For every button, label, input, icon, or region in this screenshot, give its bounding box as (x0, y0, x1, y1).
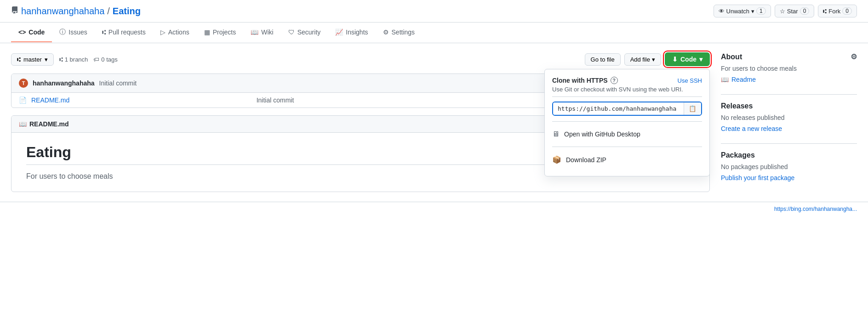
go-to-file-button[interactable]: Go to file (585, 53, 621, 66)
releases-title: Releases (721, 102, 857, 110)
clone-subtitle: Use Git or checkout with SVN using the w… (552, 86, 702, 97)
actions-icon: ▷ (160, 28, 166, 36)
projects-icon: ▦ (204, 28, 210, 36)
clone-url-input[interactable] (553, 102, 681, 115)
unwatch-dropdown-icon: ▾ (751, 8, 754, 15)
packages-title: Packages (721, 151, 857, 159)
top-actions: 👁 Unwatch ▾ 1 ☆ Star 0 ⑆ Fork 0 (714, 5, 857, 17)
insights-icon: 📈 (335, 28, 343, 36)
issues-icon: ⓘ (59, 28, 66, 36)
tab-settings[interactable]: ⚙ Settings (376, 23, 423, 42)
no-releases-text: No releases published (721, 114, 857, 121)
about-section: About ⚙ For users to choose meals 📖 Read… (721, 52, 857, 83)
clone-header: Clone with HTTPS ? Use SSH (552, 77, 702, 84)
fork-count: 0 (842, 7, 852, 15)
repo-title: hanhanwanghahaha / Eating (11, 6, 141, 17)
eye-icon: 👁 (719, 8, 725, 15)
wiki-icon: 📖 (251, 28, 258, 36)
star-count: 0 (800, 7, 810, 15)
commit-message: Initial commit (99, 79, 137, 87)
sidebar-divider-1 (721, 94, 857, 95)
branch-link-icon: ⑆ (59, 56, 63, 63)
clone-url-row: 📋 (552, 102, 702, 116)
repo-name[interactable]: Eating (113, 6, 141, 17)
tags-count-link[interactable]: 🏷 0 tags (93, 56, 117, 63)
settings-icon: ⚙ (383, 28, 389, 36)
tag-icon: 🏷 (93, 56, 99, 63)
main-area: ⑆ master ▾ ⑆ 1 branch 🏷 0 tags Go to fil… (11, 52, 710, 192)
desktop-icon: 🖥 (552, 130, 560, 138)
about-description: For users to choose meals (721, 65, 857, 72)
open-desktop-option[interactable]: 🖥 Open with GitHub Desktop (552, 125, 702, 143)
repo-icon (11, 6, 18, 16)
page-layout: ⑆ master ▾ ⑆ 1 branch 🏷 0 tags Go to fil… (0, 43, 868, 202)
about-gear-icon[interactable]: ⚙ (851, 52, 857, 61)
readme-sidebar-link[interactable]: 📖 Readme (721, 76, 857, 83)
file-name-link[interactable]: README.md (31, 96, 252, 104)
branch-icon: ⑆ (17, 56, 21, 63)
commit-author[interactable]: hanhanwanghahaha (33, 79, 95, 87)
star-icon: ☆ (780, 8, 785, 15)
toolbar-left: ⑆ master ▾ ⑆ 1 branch 🏷 0 tags (11, 53, 118, 66)
releases-section: Releases No releases published Create a … (721, 102, 857, 132)
sidebar: About ⚙ For users to choose meals 📖 Read… (721, 52, 857, 192)
book-icon: 📖 (19, 120, 27, 128)
code-icon: <> (18, 28, 26, 36)
unwatch-button[interactable]: 👁 Unwatch ▾ 1 (714, 5, 771, 17)
zip-icon: 📦 (552, 155, 561, 164)
branch-selector[interactable]: ⑆ master ▾ (11, 53, 54, 66)
repo-separator: / (107, 6, 110, 17)
pr-icon: ⑆ (102, 28, 106, 36)
tab-wiki[interactable]: 📖 Wiki (243, 23, 280, 42)
about-title-row: About ⚙ (721, 52, 857, 61)
add-file-dropdown-icon: ▾ (652, 56, 655, 63)
use-ssh-link[interactable]: Use SSH (678, 77, 702, 84)
add-file-button[interactable]: Add file ▾ (624, 53, 661, 66)
fork-button[interactable]: ⑆ Fork 0 (818, 5, 857, 17)
publish-package-link[interactable]: Publish your first package (721, 174, 857, 181)
top-bar: hanhanwanghahaha / Eating 👁 Unwatch ▾ 1 … (0, 0, 868, 23)
repo-owner[interactable]: hanhanwanghahaha (21, 6, 104, 17)
download-icon: ⬇ (672, 56, 678, 63)
clone-help-icon[interactable]: ? (611, 77, 618, 84)
bottom-bar: https://bing.com/hanhanwangha... (0, 202, 868, 216)
fork-icon: ⑆ (823, 8, 827, 15)
book-sidebar-icon: 📖 (721, 76, 729, 83)
bottom-url-text: https://bing.com/hanhanwangha... (774, 206, 857, 212)
no-packages-text: No packages published (721, 163, 857, 170)
clone-title: Clone with HTTPS ? (552, 77, 618, 84)
branch-dropdown-icon: ▾ (45, 56, 48, 63)
tab-code[interactable]: <> Code (11, 23, 52, 42)
tab-actions[interactable]: ▷ Actions (153, 23, 197, 42)
repo-toolbar: ⑆ master ▾ ⑆ 1 branch 🏷 0 tags Go to fil… (11, 52, 710, 66)
branch-count-link[interactable]: ⑆ 1 branch (59, 56, 88, 63)
clone-divider-2 (552, 147, 702, 147)
tab-projects[interactable]: ▦ Projects (197, 23, 244, 42)
avatar: T (19, 79, 28, 88)
copy-url-button[interactable]: 📋 (684, 102, 701, 115)
sidebar-divider-2 (721, 143, 857, 144)
packages-section: Packages No packages published Publish y… (721, 151, 857, 181)
file-icon: 📄 (19, 96, 27, 104)
tab-pull-requests[interactable]: ⑆ Pull requests (95, 23, 153, 42)
code-dropdown-button[interactable]: ⬇ Code ▾ (665, 52, 710, 66)
tab-insights[interactable]: 📈 Insights (328, 23, 375, 42)
copy-icon: 📋 (689, 105, 697, 112)
code-dropdown-icon: ▾ (699, 56, 702, 63)
unwatch-count: 1 (756, 7, 766, 15)
clone-divider (552, 121, 702, 122)
security-icon: 🛡 (288, 28, 295, 36)
create-release-link[interactable]: Create a new release (721, 125, 857, 132)
nav-tabs: <> Code ⓘ Issues ⑆ Pull requests ▷ Actio… (0, 23, 868, 43)
tab-security[interactable]: 🛡 Security (281, 23, 328, 42)
toolbar-right: Go to file Add file ▾ ⬇ Code ▾ Clone wit… (585, 52, 710, 66)
star-button[interactable]: ☆ Star 0 (775, 5, 815, 17)
tab-issues[interactable]: ⓘ Issues (52, 23, 94, 43)
clone-dropdown: Clone with HTTPS ? Use SSH Use Git or ch… (544, 69, 710, 176)
download-zip-option[interactable]: 📦 Download ZIP (552, 151, 702, 169)
